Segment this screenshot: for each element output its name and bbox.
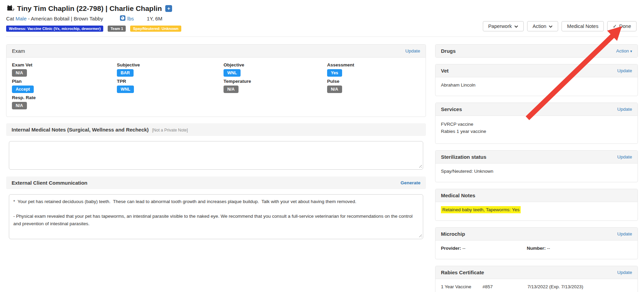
- field-label: Plan: [12, 78, 117, 84]
- vet-panel: Vet Update Abraham Lincoln: [435, 64, 638, 96]
- medical-notes-panel-title: Medical Notes: [441, 193, 475, 198]
- scale-icon: [120, 15, 126, 22]
- team-badge: Team 1: [108, 26, 126, 32]
- exam-field-subjective: Subjective BAR: [117, 62, 224, 77]
- temperature-chip[interactable]: N/A: [224, 86, 239, 93]
- generate-link[interactable]: Generate: [400, 180, 420, 185]
- not-private-note-label: [Not a Private Note]: [152, 128, 188, 133]
- field-label: Assessment: [327, 62, 420, 68]
- assessment-chip[interactable]: Yes: [327, 69, 342, 77]
- drugs-panel-title: Drugs: [441, 48, 456, 54]
- external-communication-textarea[interactable]: * Your pet has retained deciduous (baby)…: [9, 194, 423, 239]
- provider-value: --: [462, 246, 465, 251]
- sterilization-value: Spay/Neutered: Unknown: [435, 164, 638, 182]
- drugs-action-label: Action: [616, 48, 629, 53]
- external-client-communication-section: External Client Communication Generate *…: [6, 176, 426, 239]
- rabies-vaccine-type: 1 Year Vaccine: [441, 284, 482, 289]
- tpr-chip[interactable]: WNL: [117, 86, 134, 93]
- cat-icon: [6, 4, 14, 13]
- field-label: Resp. Rate: [12, 95, 117, 101]
- done-button-label: Done: [619, 24, 631, 29]
- field-label: Temperature: [224, 78, 327, 84]
- exam-field-resp-rate: Resp. Rate N/A: [12, 95, 117, 109]
- header-actions: Paperwork Action Medical Notes ✓ Done: [483, 21, 637, 31]
- exam-column-1: Exam Vet N/A Plan Accept Resp. Rate N/A: [12, 62, 117, 111]
- field-label: TPR: [117, 78, 224, 84]
- done-button[interactable]: ✓ Done: [607, 21, 637, 31]
- rabies-certificate-panel: Rabies Certificate Update 1 Year Vaccine…: [435, 266, 638, 292]
- microchip-update-link[interactable]: Update: [617, 231, 632, 236]
- sidebar: Drugs Action ▾ Vet Update Abraham Lincol…: [435, 44, 638, 292]
- chevron-down-icon: [514, 24, 518, 29]
- exam-panel-title: Exam: [12, 48, 25, 54]
- microchip-panel: Microchip Update Provider: -- Number: --: [435, 227, 638, 259]
- field-label: Subjective: [117, 62, 224, 68]
- exam-column-2: Subjective BAR TPR WNL: [117, 62, 224, 111]
- exam-column-4: Assessment Yes Pulse N/A: [327, 62, 420, 111]
- page-title: Tiny Tim Chaplin (22-798) | Charlie Chap…: [17, 4, 162, 13]
- provider-label: Provider:: [441, 246, 461, 251]
- age-label: 1Y, 6M: [147, 16, 163, 21]
- number-label: Number:: [527, 246, 546, 251]
- drugs-panel: Drugs Action ▾: [435, 44, 638, 58]
- sterilization-panel-title: Sterilization status: [441, 154, 486, 160]
- pulse-chip[interactable]: N/A: [327, 86, 342, 93]
- services-panel: Services Update FVRCP vaccine Rabies 1 y…: [435, 103, 638, 144]
- exam-field-exam-vet: Exam Vet N/A: [12, 62, 117, 77]
- sterilization-status-panel: Sterilization status Update Spay/Neutere…: [435, 150, 638, 182]
- services-panel-title: Services: [441, 106, 462, 112]
- sex-link[interactable]: Male: [16, 16, 27, 21]
- rabies-panel-title: Rabies Certificate: [441, 270, 484, 275]
- medical-notes-panel: Medical Notes Retained baby teeth, Tapew…: [435, 189, 638, 221]
- sterilization-update-link[interactable]: Update: [617, 154, 632, 159]
- species-label: Cat: [6, 16, 14, 21]
- exam-vet-chip[interactable]: N/A: [12, 69, 27, 77]
- paperwork-button[interactable]: Paperwork: [483, 21, 524, 31]
- page-header: Tiny Tim Chaplin (22-798) | Charlie Chap…: [0, 0, 644, 37]
- external-communication-title: External Client Communication: [12, 180, 88, 186]
- subjective-chip[interactable]: BAR: [117, 69, 134, 77]
- chevron-down-icon: [549, 24, 553, 29]
- caret-down-icon: ▾: [630, 49, 632, 53]
- add-pet-button[interactable]: +: [165, 5, 172, 12]
- exam-field-assessment: Assessment Yes: [327, 62, 420, 77]
- exam-update-link[interactable]: Update: [405, 48, 420, 53]
- vet-update-link[interactable]: Update: [617, 68, 632, 73]
- medical-notes-button[interactable]: Medical Notes: [562, 21, 604, 31]
- microchip-number: Number: --: [527, 246, 550, 251]
- internal-notes-textarea[interactable]: [9, 141, 423, 170]
- check-icon: ✓: [613, 24, 617, 29]
- objective-chip[interactable]: WNL: [224, 69, 241, 77]
- resp-rate-chip[interactable]: N/A: [12, 102, 27, 109]
- paperwork-button-label: Paperwork: [488, 24, 512, 29]
- medical-notes-button-label: Medical Notes: [567, 24, 598, 29]
- main-column: Exam Update Exam Vet N/A Plan Accept Res…: [6, 44, 426, 246]
- exam-field-pulse: Pulse N/A: [327, 78, 420, 93]
- action-button-label: Action: [533, 24, 546, 29]
- microchip-provider: Provider: --: [441, 246, 527, 251]
- breed-label: - American Bobtail | Brown Tabby: [28, 16, 103, 21]
- spay-neutered-badge: Spay/Neutered: Unknown: [130, 26, 181, 32]
- field-label: Pulse: [327, 78, 420, 84]
- services-update-link[interactable]: Update: [617, 107, 632, 112]
- drugs-action-dropdown[interactable]: Action ▾: [616, 48, 632, 53]
- weight-link[interactable]: lbs: [127, 16, 134, 21]
- header-divider: [6, 36, 638, 37]
- field-label: Exam Vet: [12, 62, 117, 68]
- plan-chip[interactable]: Accept: [12, 86, 34, 93]
- exam-field-temperature: Temperature N/A: [224, 78, 327, 93]
- rabies-tag-number: #857: [482, 284, 527, 289]
- action-button[interactable]: Action: [527, 21, 558, 31]
- service-item: FVRCP vaccine: [441, 121, 632, 128]
- weight-group[interactable]: lbs: [120, 15, 134, 22]
- wellness-badge: Wellness: Vaccine Clinic (Vx, microchip,…: [6, 26, 103, 32]
- rabies-update-link[interactable]: Update: [617, 270, 632, 275]
- internal-notes-title-text: Internal Medical Notes (Surgical, Wellne…: [12, 127, 149, 133]
- exam-field-objective: Objective WNL: [224, 62, 327, 77]
- internal-notes-title: Internal Medical Notes (Surgical, Wellne…: [12, 127, 188, 133]
- exam-field-plan: Plan Accept: [12, 78, 117, 93]
- internal-medical-notes-section: Internal Medical Notes (Surgical, Wellne…: [6, 123, 426, 170]
- exam-panel: Exam Update Exam Vet N/A Plan Accept Res…: [6, 44, 426, 117]
- rabies-date: 7/13/2022 (Exp. 7/13/2023): [527, 284, 583, 289]
- microchip-panel-title: Microchip: [441, 231, 465, 237]
